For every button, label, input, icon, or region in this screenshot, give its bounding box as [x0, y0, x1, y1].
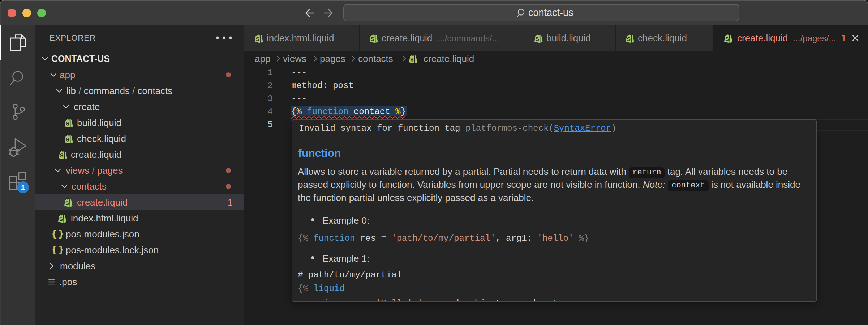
svg-text:S: S	[59, 216, 63, 222]
svg-text:S: S	[725, 36, 729, 42]
svg-text:S: S	[65, 200, 69, 206]
svg-text:S: S	[255, 36, 259, 42]
svg-text:S: S	[60, 152, 64, 159]
svg-text:S: S	[410, 56, 414, 63]
svg-text:S: S	[65, 121, 69, 127]
svg-text:S: S	[535, 36, 539, 42]
svg-text:S: S	[370, 36, 374, 42]
svg-text:S: S	[627, 36, 631, 42]
svg-text:S: S	[65, 136, 69, 143]
